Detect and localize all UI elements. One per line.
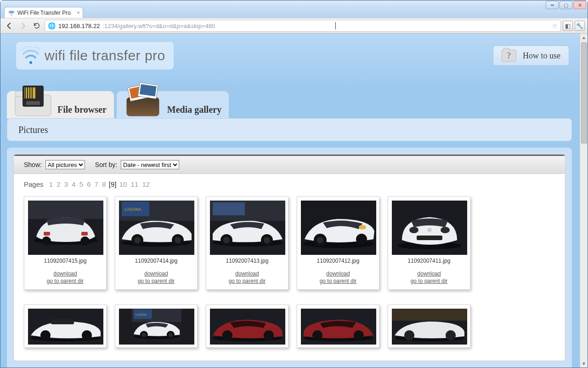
vertical-scrollbar[interactable]: ▲ ▼ — [580, 34, 588, 368]
pager-label: Pages — [24, 180, 44, 188]
thumbnail-image[interactable] — [28, 201, 103, 255]
svg-rect-8 — [26, 101, 40, 105]
back-button[interactable] — [3, 20, 15, 32]
thumbnail-card: 11092007411.jpgdownloadgo to parent dir — [388, 196, 470, 290]
site-info-icon[interactable]: 🌐 — [48, 22, 56, 29]
scrollbar-thumb[interactable] — [581, 42, 587, 144]
thumbnail-image[interactable] — [301, 309, 376, 345]
parent-dir-link[interactable]: go to parent dir — [210, 278, 284, 285]
svg-rect-19 — [81, 232, 88, 236]
download-link[interactable]: download — [28, 270, 102, 278]
svg-point-72 — [312, 330, 322, 340]
thumbnail-image[interactable] — [392, 201, 467, 255]
svg-point-43 — [317, 237, 323, 243]
window-minimize-button[interactable]: ━ — [546, 1, 559, 9]
svg-rect-18 — [44, 232, 50, 236]
parent-dir-link[interactable]: go to parent dir — [301, 278, 375, 285]
show-label: Show: — [24, 161, 42, 168]
browser-tab-title: WiFi File Transfer Pro — [17, 10, 71, 16]
parent-dir-link[interactable]: go to parent dir — [28, 278, 102, 285]
pager-link[interactable]: 8 — [102, 180, 106, 188]
svg-rect-14 — [140, 84, 157, 97]
pager: Pages 1 2 3 4 5 6 7 8 [9] 10 11 12 — [14, 174, 565, 192]
sort-select[interactable]: Date - newest first — [121, 160, 179, 169]
bookmark-star-icon[interactable]: ☆ — [552, 22, 558, 30]
svg-point-62 — [142, 333, 146, 337]
thumbnail-filename: 11092007414.jpg — [119, 258, 193, 264]
parent-dir-link[interactable]: go to parent dir — [392, 278, 466, 285]
tab-file-browser[interactable]: File browser — [7, 91, 114, 119]
pager-link[interactable]: 7 — [95, 180, 98, 188]
url-host: 192.168.178.22 — [58, 23, 100, 29]
pager-link[interactable]: 1 — [49, 180, 53, 188]
parent-dir-link[interactable]: go to parent dir — [119, 278, 193, 285]
window-maximize-button[interactable]: ▢ — [560, 1, 572, 9]
thumbnail-image[interactable] — [210, 309, 285, 345]
svg-point-71 — [354, 330, 364, 340]
window-close-button[interactable]: ✕ — [573, 1, 586, 9]
svg-rect-53 — [51, 319, 74, 324]
svg-text:LAGUNA: LAGUNA — [124, 207, 141, 212]
download-link[interactable]: download — [301, 270, 375, 278]
window-titlebar — [0, 0, 588, 5]
pager-link[interactable]: 6 — [87, 180, 90, 188]
pager-link[interactable]: 10 — [119, 180, 127, 188]
browser-tab[interactable]: WiFi File Transfer Pro × — [4, 7, 83, 18]
tab-media-gallery[interactable]: Media gallery — [117, 91, 229, 119]
pager-current: [9] — [109, 180, 117, 188]
section-title: Pictures — [18, 125, 48, 135]
pager-link[interactable]: 11 — [131, 180, 139, 188]
text-cursor — [335, 22, 336, 29]
app-banner: wifi file transfer pro — [16, 42, 174, 69]
address-bar[interactable]: 🌐 192.168.178.22:1234/gallery.wft?s=d&o=… — [45, 20, 561, 32]
media-gallery-icon — [122, 82, 164, 118]
thumbnail-image[interactable] — [301, 201, 376, 255]
thumbnail-image[interactable]: LAGUNA — [119, 201, 194, 255]
thumbnail-image[interactable] — [392, 309, 467, 345]
svg-point-48 — [441, 227, 450, 233]
pager-link[interactable]: 4 — [72, 180, 75, 188]
thumbnail-image[interactable]: LAGUNA — [119, 309, 194, 345]
svg-point-36 — [264, 237, 270, 243]
thumbnail-image[interactable] — [210, 201, 285, 255]
pager-link[interactable]: 5 — [79, 180, 83, 188]
thumbnail-card — [24, 305, 107, 348]
download-link[interactable]: download — [210, 270, 284, 278]
tab-media-gallery-label: Media gallery — [167, 104, 221, 115]
help-folder-icon: ? — [502, 50, 516, 62]
thumbnail-image[interactable] — [28, 309, 103, 345]
svg-rect-33 — [213, 202, 245, 215]
thumbnail-filename: 11092007413.jpg — [210, 258, 284, 264]
thumbnail-card — [388, 305, 470, 348]
show-select[interactable]: All pictures — [45, 160, 85, 169]
app-title: wifi file transfer pro — [45, 48, 165, 63]
thumbnail-card — [206, 305, 288, 348]
svg-point-38 — [223, 237, 230, 243]
svg-point-28 — [134, 237, 141, 243]
wifi-icon — [22, 46, 40, 65]
download-link[interactable]: download — [119, 270, 193, 278]
pager-link[interactable]: 3 — [64, 180, 68, 188]
thumbnail-card: LAGUNA11092007414.jpgdownloadgo to paren… — [115, 196, 198, 290]
how-to-use-label: How to use — [523, 51, 560, 61]
scroll-down-icon[interactable]: ▼ — [580, 360, 588, 368]
tab-close-icon[interactable]: × — [77, 10, 80, 16]
tab-file-browser-label: File browser — [57, 104, 107, 115]
panel-toggle-icon[interactable]: ◧ — [563, 21, 573, 31]
svg-point-50 — [427, 228, 432, 232]
thumbnail-card — [297, 305, 379, 348]
reload-button[interactable] — [31, 20, 43, 32]
pager-link[interactable]: 12 — [142, 180, 150, 188]
download-link[interactable]: download — [392, 270, 466, 278]
forward-button[interactable] — [17, 20, 29, 32]
thumbnail-card: 11092007412.jpgdownloadgo to parent dir — [297, 196, 379, 290]
scroll-up-icon[interactable]: ▲ — [580, 34, 588, 41]
url-path: :1234/gallery.wft?s=d&o=d&p=a&skip=480 — [102, 23, 215, 29]
pager-link[interactable]: 2 — [57, 180, 60, 188]
svg-rect-16 — [28, 201, 103, 219]
svg-point-55 — [82, 330, 92, 340]
gallery-toolbar: Show: All pictures Sort by: Date - newes… — [14, 155, 565, 174]
wrench-menu-icon[interactable]: 🔧 — [575, 21, 585, 31]
how-to-use-button[interactable]: ? How to use — [493, 46, 569, 66]
svg-point-64 — [169, 333, 173, 337]
